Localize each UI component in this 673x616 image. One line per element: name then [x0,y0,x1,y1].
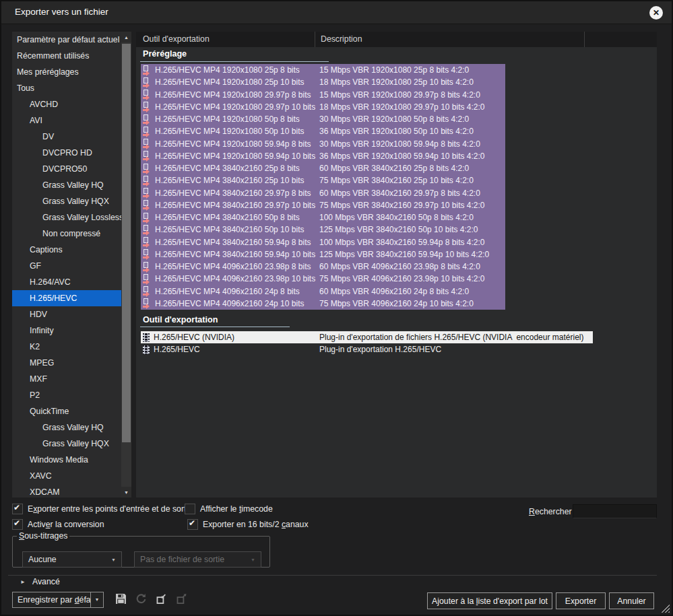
export-preset-icon [143,262,152,272]
checkbox-display-timecode[interactable]: Afficher le timecode [185,504,273,514]
preset-row[interactable]: H.265/HEVC MP4 4096x2160 24p 10 bits75 M… [141,298,505,310]
sidebar-item-non-compress-[interactable]: Non compressé [12,226,121,242]
chevron-down-icon: ▼ [111,557,116,562]
sidebar-item-avchd[interactable]: AVCHD [12,96,121,112]
chevron-down-icon: ▼ [90,592,103,607]
sidebar-item-gf[interactable]: GF [12,258,121,274]
export-preset-icon [143,90,152,100]
preset-row[interactable]: H.265/HEVC MP4 3840x2160 50p 10 bits125 … [141,224,505,236]
cancel-button[interactable]: Annuler [609,592,654,609]
sidebar-item-p2[interactable]: P2 [12,387,121,403]
sidebar-item-xavc[interactable]: XAVC [12,468,121,484]
sidebar-item-grass-valley-lossless[interactable]: Grass Valley Lossless [12,209,121,226]
section-underline [140,327,290,327]
preset-row[interactable]: H.265/HEVC MP4 3840x2160 50p 8 bits100 M… [141,211,505,224]
sidebar-item-grass-valley-hqx[interactable]: Grass Valley HQX [12,436,121,452]
preset-name: H.265/HEVC MP4 3840x2160 29.97p 8 bits [152,189,319,198]
sidebar-item-param-tre-par-d-faut-actuel[interactable]: Paramètre par défaut actuel [12,32,121,48]
export-button[interactable]: Exporter [556,592,606,609]
exporter-section-title: Outil d'exportation [143,315,218,324]
sidebar-item-xdcam[interactable]: XDCAM [12,484,121,498]
preset-row[interactable]: H.265/HEVC MP4 1920x1080 50p 8 bits30 Mb… [141,113,505,125]
exporter-row[interactable]: H.265/HEVC (NVIDIA)Plug-in d'exportation… [141,331,593,343]
sidebar-item-tous[interactable]: Tous [12,80,121,96]
sidebar-item-hdv[interactable]: HDV [12,306,121,322]
sidebar-item-captions[interactable]: Captions [12,242,121,258]
preset-row[interactable]: H.265/HEVC MP4 4096x2160 23.98p 8 bits60… [141,261,505,273]
preset-row[interactable]: H.265/HEVC MP4 1920x1080 59.94p 10 bits3… [141,150,505,162]
export-preset-icon [143,77,152,88]
preset-name: H.265/HEVC MP4 1920x1080 59.94p 8 bits [152,139,319,149]
sidebar-item-dv[interactable]: DV [12,129,121,145]
restore-icon [135,593,147,605]
preset-name: H.265/HEVC MP4 3840x2160 50p 8 bits [152,213,319,222]
preset-row[interactable]: H.265/HEVC MP4 1920x1080 29.97p 8 bits15… [141,89,505,101]
resize-grip[interactable] [660,603,670,613]
sidebar-item-avi[interactable]: AVI [12,112,121,129]
dialog-title: Exporter vers un fichier [15,7,108,17]
subtitles-format-dropdown[interactable]: Aucune ▼ [22,551,122,568]
preset-row[interactable]: H.265/HEVC MP4 1920x1080 59.94p 8 bits30… [141,138,505,150]
sidebar-item-r-cemment-utilis-s[interactable]: Récemment utilisés [12,48,121,64]
sidebar-item-dvcpro50[interactable]: DVCPRO50 [12,161,121,177]
checkbox-export-between-in-out[interactable]: Exporter entre les points d'entrée et de… [12,504,193,514]
sidebar-item-grass-valley-hqx[interactable]: Grass Valley HQX [12,193,121,209]
preset-row[interactable]: H.265/HEVC MP4 3840x2160 59.94p 10 bits1… [141,248,505,261]
export-preset-button [174,593,189,607]
scrollbar-thumb[interactable] [122,44,131,442]
sidebar-scrollbar[interactable]: ▲ ▼ [121,32,131,498]
exporter-section-header: Outil d'exportation [143,315,218,324]
preset-description: 100 Mbps VBR 3840x2160 50p 8 bits 4:2:0 [319,213,505,222]
preset-row[interactable]: H.265/HEVC MP4 1920x1080 50p 10 bits36 M… [141,125,505,137]
dropdown-value: Pas de fichier de sortie [140,555,224,564]
save-preset-button[interactable] [113,593,128,607]
scroll-up-button[interactable]: ▲ [121,32,131,42]
save-default-dropdown[interactable]: Enregistrer par défaut ▼ [12,592,104,608]
preset-row[interactable]: H.265/HEVC MP4 1920x1080 25p 10 bits18 M… [141,76,505,88]
export-preset-icon [143,237,152,247]
sidebar-item-k2[interactable]: K2 [12,339,121,355]
preset-name: H.265/HEVC MP4 3840x2160 59.94p 8 bits [152,238,319,247]
preset-row[interactable]: H.265/HEVC MP4 4096x2160 24p 8 bits60 Mb… [141,285,505,298]
list-column-headers: Outil d'exportation Description [136,32,657,47]
sidebar-item-windows-media[interactable]: Windows Media [12,452,121,468]
search-input[interactable] [573,504,657,518]
preset-row[interactable]: H.265/HEVC MP4 3840x2160 25p 10 bits75 M… [141,174,505,186]
add-to-batch-button[interactable]: Ajouter à la liste d'export par lot [427,592,552,609]
preset-name: H.265/HEVC MP4 4096x2160 24p 8 bits [152,287,319,296]
sidebar-item-h-264-avc[interactable]: H.264/AVC [12,274,121,290]
scroll-down-button[interactable]: ▼ [121,487,131,498]
checkbox-enable-conversion[interactable]: Activer la conversion [12,519,104,530]
exporter-row[interactable]: H.265/HEVCPlug-in d'exportation H.265/HE… [141,343,593,355]
checkbox-label: Activer la conversion [28,520,104,529]
sidebar-item-mxf[interactable]: MXF [12,371,121,387]
column-header-description[interactable]: Description [315,32,584,47]
preset-row[interactable]: H.265/HEVC MP4 1920x1080 25p 8 bits15 Mb… [141,64,505,76]
sidebar-item-mes-pr-r-glages[interactable]: Mes préréglages [12,64,121,80]
sidebar-item-infinity[interactable]: Infinity [12,322,121,339]
sidebar-item-grass-valley-hq[interactable]: Grass Valley HQ [12,177,121,193]
preset-row[interactable]: H.265/HEVC MP4 1920x1080 29.97p 10 bits1… [141,101,505,113]
checkbox-box [12,519,23,530]
sidebar-item-h-265-hevc[interactable]: H.265/HEVC [12,290,121,306]
sidebar-item-dvcpro-hd[interactable]: DVCPRO HD [12,145,121,161]
sidebar-item-mpeg[interactable]: MPEG [12,355,121,371]
close-button[interactable]: ✕ [649,6,663,20]
export-preset-icon [143,164,152,174]
preset-description: 36 Mbps VBR 1920x1080 59.94p 10 bits 4:2… [319,151,505,161]
preset-row[interactable]: H.265/HEVC MP4 4096x2160 23.98p 10 bits7… [141,273,505,285]
subtitles-group: Sous-titrages Aucune ▼ Pas de fichier de… [12,531,270,568]
preset-row[interactable]: H.265/HEVC MP4 3840x2160 29.97p 8 bits60… [141,187,505,199]
export-preset-icon [143,102,152,112]
preset-row[interactable]: H.265/HEVC MP4 3840x2160 59.94p 8 bits10… [141,236,505,248]
import-preset-button[interactable] [154,593,168,607]
advanced-expander[interactable]: ► Avancé [8,575,657,588]
preset-name: H.265/HEVC MP4 1920x1080 25p 10 bits [152,77,319,87]
preset-row[interactable]: H.265/HEVC MP4 3840x2160 25p 8 bits60 Mb… [141,162,505,174]
sidebar-item-quicktime[interactable]: QuickTime [12,403,121,419]
checkbox-export-16bit-2ch[interactable]: Exporter en 16 bits/2 canaux [187,519,309,530]
preset-row[interactable]: H.265/HEVC MP4 3840x2160 29.97p 10 bits7… [141,199,505,211]
sidebar-item-grass-valley-hq[interactable]: Grass Valley HQ [12,419,121,436]
column-header-tool[interactable]: Outil d'exportation [136,32,315,47]
preset-section-title: Préréglage [143,49,187,59]
